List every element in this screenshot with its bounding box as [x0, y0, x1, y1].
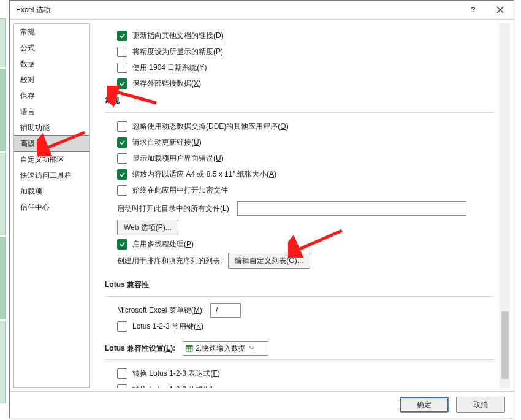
sidebar-item-general[interactable]: 常规 [14, 24, 89, 40]
close-button[interactable] [487, 1, 514, 19]
web-options-button[interactable]: Web 选项(P)... [117, 220, 178, 235]
sidebar-item-trust-center[interactable]: 信任中心 [14, 199, 89, 215]
checkbox-label: 转换 Lotus 1-2-3 公式(U) [132, 384, 213, 388]
checkbox-ask-update-links[interactable] [117, 137, 127, 148]
close-icon [496, 6, 504, 13]
checkbox-label: 请求自动更新链接(U) [132, 137, 202, 148]
sidebar-item-label: 校对 [20, 75, 35, 84]
checkbox-label: Lotus 1-2-3 常用键(K) [132, 321, 203, 332]
checkbox-update-links[interactable] [117, 31, 127, 41]
dropdown-value: 2.快速输入数据 [196, 343, 246, 354]
sidebar-item-label: 自定义功能区 [20, 155, 64, 164]
checkbox-label: 显示加载项用户界面错误(U) [132, 153, 224, 164]
checkbox-label: 将精度设为所显示的精度(P) [132, 47, 223, 57]
checkbox-label: 启用多线程处理(P) [132, 239, 194, 250]
sidebar-item-accessibility[interactable]: 辅助功能 [14, 120, 89, 136]
sidebar-item-label: 保存 [20, 91, 35, 100]
lotus-settings-label: Lotus 兼容性设置(L): [105, 343, 175, 354]
checkbox-label: 始终在此应用中打开加密文件 [132, 185, 228, 196]
excel-options-dialog: Excel 选项 ? 常规 公式 数据 校对 保存 语言 辅助功能 高级 自定义… [9, 0, 514, 418]
help-button[interactable]: ? [460, 1, 487, 19]
titlebar: Excel 选项 ? [10, 1, 514, 20]
checkbox-label: 更新指向其他文档的链接(D) [132, 31, 224, 41]
custom-list-label: 创建用于排序和填充序列的列表: [117, 256, 222, 266]
sidebar-item-proofing[interactable]: 校对 [14, 72, 89, 88]
sidebar-item-advanced[interactable]: 高级 [13, 135, 90, 152]
sidebar-item-save[interactable]: 保存 [14, 88, 89, 104]
sidebar-item-label: 语言 [20, 107, 35, 116]
sidebar-item-label: 公式 [20, 44, 35, 52]
worksheet-icon [186, 345, 193, 352]
checkbox-label: 忽略使用动态数据交换(DDE)的其他应用程序(O) [132, 121, 289, 132]
checkbox-convert-lotus-formulas[interactable] [117, 384, 127, 388]
checkbox-label: 使用 1904 日期系统(Y) [132, 63, 207, 73]
checkbox-convert-lotus-expressions[interactable] [117, 368, 127, 379]
checkbox-label: 转换 Lotus 1-2-3 表达式(F) [132, 368, 220, 379]
edit-custom-lists-button[interactable]: 编辑自定义列表(O)... [228, 253, 310, 269]
dialog-footer: 确定 取消 [10, 391, 514, 418]
sidebar-item-formulas[interactable]: 公式 [14, 40, 89, 56]
checkbox-enable-multithreading[interactable] [117, 239, 127, 250]
checkbox-label: 缩放内容以适应 A4 或 8.5 x 11" 纸张大小(A) [132, 169, 276, 180]
checkbox-lotus-alt-keys[interactable] [117, 321, 127, 332]
lotus-settings-dropdown[interactable]: 2.快速输入数据 [183, 341, 268, 356]
sidebar-item-label: 数据 [20, 59, 35, 68]
options-main: 更新指向其他文档的链接(D) 将精度设为所显示的精度(P) 使用 1904 日期… [96, 23, 510, 388]
vertical-scrollbar[interactable] [500, 23, 510, 388]
checkbox-1904-date-system[interactable] [117, 63, 127, 73]
checkbox-precision-as-displayed[interactable] [117, 47, 127, 57]
ok-button[interactable]: 确定 [400, 397, 449, 413]
cancel-button[interactable]: 取消 [456, 397, 505, 413]
checkbox-always-open-encrypted[interactable] [117, 185, 127, 196]
menu-key-label: Microsoft Excel 菜单键(M): [117, 305, 204, 316]
sidebar-item-label: 加载项 [20, 187, 42, 196]
svg-rect-1 [186, 345, 192, 347]
options-sidebar: 常规 公式 数据 校对 保存 语言 辅助功能 高级 自定义功能区 快速访问工具栏… [13, 23, 90, 388]
sidebar-item-data[interactable]: 数据 [14, 56, 89, 72]
checkbox-save-external-link-data[interactable] [117, 78, 127, 89]
startup-folder-input[interactable] [237, 201, 466, 216]
section-lotus-title: Lotus 兼容性 [105, 280, 494, 290]
chevron-down-icon [249, 346, 254, 350]
startup-folder-label: 启动时打开此目录中的所有文件(L): [117, 204, 231, 214]
sidebar-item-customize-ribbon[interactable]: 自定义功能区 [14, 151, 89, 167]
sidebar-item-label: 常规 [20, 28, 35, 36]
section-general-title: 常规 [105, 96, 494, 106]
sidebar-item-label: 高级 [20, 139, 35, 148]
scrollbar-thumb[interactable] [501, 311, 509, 379]
checkbox-scale-a4-letter[interactable] [117, 169, 127, 180]
checkbox-label: 保存外部链接数据(X) [132, 78, 201, 89]
checkbox-show-addin-ui-errors[interactable] [117, 153, 127, 164]
window-title: Excel 选项 [16, 5, 460, 15]
menu-key-input[interactable] [210, 303, 241, 318]
sidebar-item-language[interactable]: 语言 [14, 104, 89, 120]
sidebar-item-qat[interactable]: 快速访问工具栏 [14, 167, 89, 183]
sidebar-item-label: 辅助功能 [20, 123, 50, 132]
sidebar-item-label: 快速访问工具栏 [20, 171, 72, 180]
checkbox-ignore-dde[interactable] [117, 121, 127, 132]
sidebar-item-addins[interactable]: 加载项 [14, 183, 89, 199]
sidebar-item-label: 信任中心 [20, 203, 50, 212]
